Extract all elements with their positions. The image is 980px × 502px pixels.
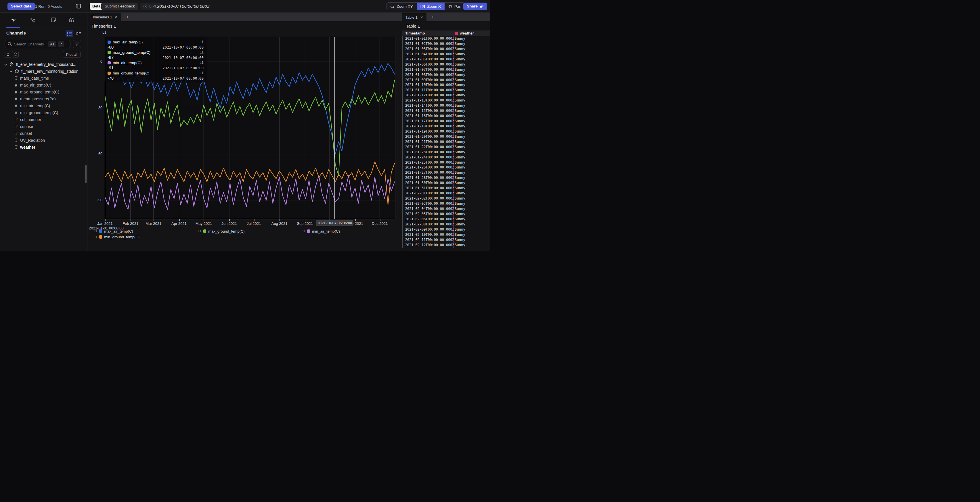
x-axis-line [105, 219, 395, 219]
table-row: 2021-02-05T00:00:00.000ZSunny [402, 211, 490, 217]
cell-weather: Sunny [455, 109, 465, 113]
number-channel-icon: # [14, 90, 18, 94]
list-view-button[interactable] [65, 30, 73, 37]
legend-item-max-ground-temp-c-[interactable]: L1max_ground_temp(C) [198, 229, 245, 234]
table-row: 2021-02-10T00:00:00.000ZSunny [402, 232, 490, 237]
close-icon[interactable]: ✕ [115, 15, 118, 19]
x-tick [380, 219, 380, 221]
channel-item-min-air-temp-c-[interactable]: #min_air_temp(C) [0, 102, 87, 109]
legend-item-max-air-temp-c-[interactable]: L1max_air_temp(C) [94, 229, 133, 234]
filter-button[interactable] [73, 40, 81, 48]
tab-timeseries-1[interactable]: Timeseries 1 ✕ [88, 13, 121, 21]
close-icon[interactable]: ✕ [420, 15, 423, 19]
cell-timestamp: 2021-01-04T00:00:00.000Z [405, 52, 454, 56]
chevron-down-icon[interactable] [9, 70, 13, 73]
table-row: 2021-01-25T00:00:00.000ZSunny [402, 160, 490, 165]
filter-icon [75, 42, 79, 46]
cell-weather: Sunny [455, 243, 465, 247]
global-timestamp: 2021-10-07T06:06:00.000Z [157, 4, 210, 9]
top-bar: Select data 1 Run, 0 Assets Beta Submit … [0, 0, 490, 13]
plot-all-button[interactable]: Plot all [63, 51, 81, 58]
tree-view-button[interactable] [75, 30, 83, 37]
cell-weather: Sunny [455, 145, 465, 149]
stopwatch-icon [10, 62, 14, 67]
channel-search-box: Aa .* [5, 40, 70, 48]
tooltip-time: 2021-10-07 00:00:00 [162, 76, 204, 81]
table-row: 2021-01-19T00:00:00.000ZSunny [402, 129, 490, 134]
channel-item-sunset[interactable]: Tsunset [0, 130, 87, 137]
share-button[interactable]: Share [463, 3, 487, 10]
channel-label: min_ground_temp(C) [20, 110, 58, 115]
cell-timestamp: 2021-01-15T00:00:00.000Z [405, 109, 454, 113]
table-title: Table 1 [406, 24, 420, 29]
table-row: 2021-01-13T00:00:00.000ZSunny [402, 98, 490, 103]
tooltip-value: -78 [108, 76, 114, 81]
collapse-all-button[interactable] [5, 51, 11, 58]
link-icon [480, 4, 484, 8]
cell-weather: Sunny [455, 212, 465, 216]
tab-signals-compare[interactable] [29, 16, 37, 24]
cell-timestamp: 2021-01-02T00:00:00.000Z [405, 42, 454, 46]
sidebar-scrollbar[interactable] [85, 165, 87, 183]
channel-item-uv-radiation[interactable]: TUV_Radiation [0, 137, 87, 144]
legend-item-min-ground-temp-c-[interactable]: L1min_ground_temp(C) [94, 235, 140, 239]
cell-timestamp: 2021-01-17T00:00:00.000Z [405, 119, 454, 123]
channel-label: min_air_temp(C) [20, 103, 50, 108]
cell-weather: Sunny [455, 181, 465, 185]
search-input[interactable] [14, 40, 51, 48]
tooltip-scope: L1 [200, 61, 204, 65]
cell-weather: Sunny [455, 233, 465, 237]
table-row: 2021-02-08T00:00:00.000ZSunny [402, 222, 490, 227]
cell-timestamp: 2021-01-24T00:00:00.000Z [405, 155, 454, 159]
add-tab-button[interactable]: + [121, 13, 134, 21]
channel-list: Tmars_date_time#max_air_temp(C)#max_grou… [0, 75, 87, 151]
expand-all-button[interactable] [12, 51, 19, 58]
table-row: 2021-01-09T00:00:00.000ZSunny [402, 78, 490, 83]
tree-row-device[interactable]: fl_mars_env_monitoring_station [0, 68, 87, 75]
channel-label: max_ground_temp(C) [20, 90, 59, 94]
cell-weather: Sunny [455, 73, 465, 77]
cell-timestamp: 2021-01-08T00:00:00.000Z [405, 73, 454, 77]
cell-timestamp: 2021-01-14T00:00:00.000Z [405, 103, 454, 108]
regex-button[interactable]: .* [58, 41, 64, 47]
tree-row-run[interactable]: fl_env_telemetry_two_thousand... [0, 61, 87, 68]
note-icon [51, 17, 56, 23]
channel-tree: fl_env_telemetry_two_thousand... fl_mars… [0, 61, 87, 151]
tooltip-time: 2021-10-07 00:00:00 [162, 45, 204, 49]
channel-label: sunset [20, 131, 32, 136]
channel-item-sunrise[interactable]: Tsunrise [0, 123, 87, 130]
legend-item-min-air-temp-c-[interactable]: L1min_air_temp(C) [302, 229, 340, 234]
tab-notes[interactable] [49, 16, 58, 24]
channel-item-weather[interactable]: Tweather [0, 144, 87, 151]
x-tick [130, 219, 131, 221]
number-channel-icon: # [14, 103, 18, 108]
table-row: 2021-02-11T00:00:00.000ZSunny [402, 237, 490, 243]
channel-item-min-ground-temp-c-[interactable]: #min_ground_temp(C) [0, 109, 87, 116]
y-tick-label: 0 [88, 59, 102, 64]
select-data-button[interactable]: Select data [8, 3, 35, 10]
channel-item-mars-date-time[interactable]: Tmars_date_time [0, 75, 87, 82]
cell-weather: Sunny [455, 119, 465, 123]
zoom-xy-button[interactable]: Zoom XY [387, 3, 416, 10]
sidebar-collapse-icon[interactable] [75, 3, 81, 9]
cell-weather: Sunny [455, 129, 465, 133]
channel-item-max-ground-temp-c-[interactable]: #max_ground_temp(C) [0, 89, 87, 95]
zoom-x-button[interactable]: |0| Zoom X [417, 3, 445, 10]
y-tick-label: -30 [88, 106, 102, 110]
tab-table-1[interactable]: Table 1 ✕ [402, 13, 426, 21]
tab-analytics[interactable] [68, 16, 76, 24]
tab-signals[interactable] [9, 16, 18, 24]
number-channel-icon: # [14, 110, 18, 115]
channel-item-sol-number[interactable]: Tsol_number [0, 116, 87, 123]
chevron-down-icon[interactable] [4, 64, 7, 65]
legend-label: max_air_temp(C) [104, 229, 133, 234]
channel-item-mean-pressure-pa-[interactable]: #mean_pressure(Pa) [0, 95, 87, 102]
expand-vertical-icon [14, 52, 17, 56]
add-tab-button[interactable]: + [426, 13, 439, 21]
match-case-button[interactable]: Aa [48, 41, 56, 47]
channel-item-max-air-temp-c-[interactable]: #max_air_temp(C) [0, 82, 87, 89]
pan-button[interactable]: Pan [445, 3, 465, 10]
table-panel: Table 1 ✕ + Table 1 Timestamp weather 20… [402, 13, 490, 251]
cell-weather: Sunny [455, 78, 465, 82]
submit-feedback-button[interactable]: Submit Feedback [101, 3, 138, 10]
